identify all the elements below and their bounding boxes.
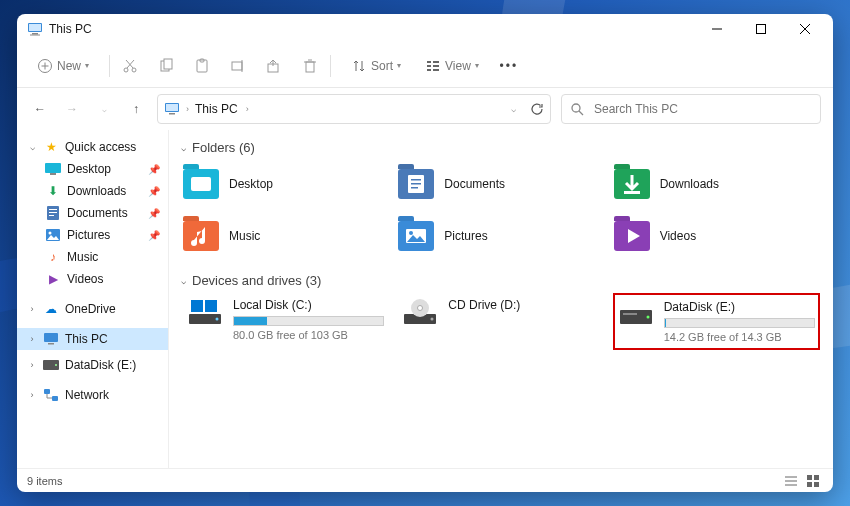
svg-point-12 [132, 68, 136, 72]
view-button[interactable]: View ▾ [417, 52, 487, 80]
sidebar-item-quick-access[interactable]: ⌵ ★ Quick access [17, 136, 168, 158]
paste-icon[interactable] [194, 58, 210, 74]
chevron-right-icon: › [27, 334, 37, 344]
sidebar-item-onedrive[interactable]: › ☁ OneDrive [17, 298, 168, 320]
sidebar-item-pictures[interactable]: Pictures 📌 [17, 224, 168, 246]
svg-rect-62 [205, 300, 217, 312]
refresh-icon[interactable] [530, 102, 544, 116]
titlebar[interactable]: This PC [17, 14, 833, 44]
svg-line-35 [579, 111, 583, 115]
drive-item[interactable]: DataDisk (E:)14.2 GB free of 14.3 GB [614, 294, 819, 349]
sidebar-item-downloads[interactable]: ⬇ Downloads 📌 [17, 180, 168, 202]
sidebar-item-datadisk[interactable]: › DataDisk (E:) [17, 354, 168, 376]
rename-icon[interactable] [230, 58, 246, 74]
more-icon[interactable]: ••• [501, 58, 517, 74]
svg-rect-48 [44, 389, 50, 394]
back-button[interactable]: ← [29, 98, 51, 120]
cut-icon[interactable] [122, 58, 138, 74]
svg-rect-78 [814, 475, 819, 480]
svg-rect-65 [191, 307, 197, 313]
svg-point-57 [409, 231, 413, 235]
folder-item-desktop[interactable]: Desktop [183, 161, 388, 207]
svg-rect-53 [411, 183, 421, 185]
drive-item[interactable]: CD Drive (D:) [398, 294, 603, 349]
large-icons-view-button[interactable] [803, 472, 823, 490]
svg-rect-41 [49, 215, 54, 216]
sort-button[interactable]: Sort ▾ [343, 52, 409, 80]
forward-button[interactable]: → [61, 98, 83, 120]
svg-rect-22 [306, 62, 314, 72]
folders-group-header[interactable]: ⌵ Folders (6) [181, 140, 819, 155]
search-box[interactable] [561, 94, 821, 124]
svg-rect-73 [623, 313, 637, 315]
video-icon: ▶ [45, 271, 61, 287]
download-icon: ⬇ [45, 183, 61, 199]
folder-icon [398, 169, 434, 199]
folder-item-music[interactable]: Music [183, 213, 388, 259]
address-path[interactable]: › This PC› ⌵ [157, 94, 551, 124]
chevron-right-icon: › [27, 304, 37, 314]
recent-dropdown[interactable]: ⌵ [93, 98, 115, 120]
up-button[interactable]: ↑ [125, 98, 147, 120]
sidebar-item-videos[interactable]: ▶ Videos [17, 268, 168, 290]
sidebar-item-documents[interactable]: Documents 📌 [17, 202, 168, 224]
share-icon[interactable] [266, 58, 282, 74]
svg-point-72 [646, 316, 649, 319]
drives-group-header[interactable]: ⌵ Devices and drives (3) [181, 273, 819, 288]
svg-rect-44 [44, 333, 58, 342]
drive-item[interactable]: Local Disk (C:)80.0 GB free of 103 GB [183, 294, 388, 349]
svg-rect-40 [49, 212, 57, 213]
svg-point-11 [124, 68, 128, 72]
breadcrumb[interactable]: This PC› [195, 102, 249, 116]
close-button[interactable] [783, 14, 827, 44]
svg-rect-30 [433, 69, 439, 71]
chevron-down-icon: ▾ [475, 61, 479, 70]
folder-item-documents[interactable]: Documents [398, 161, 603, 207]
svg-rect-45 [48, 343, 54, 345]
pin-icon: 📌 [148, 230, 160, 241]
item-count: 9 items [27, 475, 62, 487]
search-input[interactable] [592, 101, 812, 117]
this-pc-icon [164, 101, 180, 117]
view-icon [425, 58, 441, 74]
search-icon [570, 102, 584, 116]
folder-label: Downloads [660, 177, 719, 191]
chevron-down-icon: ▾ [397, 61, 401, 70]
maximize-button[interactable] [739, 14, 783, 44]
details-view-button[interactable] [781, 472, 801, 490]
folder-item-downloads[interactable]: Downloads [614, 161, 819, 207]
svg-rect-25 [427, 61, 431, 63]
drive-icon [187, 298, 223, 326]
sidebar-item-network[interactable]: › Network [17, 384, 168, 406]
sidebar-item-desktop[interactable]: Desktop 📌 [17, 158, 168, 180]
drive-free-text: 14.2 GB free of 14.3 GB [664, 331, 815, 343]
drive-name: DataDisk (E:) [664, 300, 815, 314]
content-area: ⌵ Folders (6) DesktopDocumentsDownloadsM… [169, 130, 833, 468]
delete-icon[interactable] [302, 58, 318, 74]
svg-rect-79 [807, 482, 812, 487]
folder-item-videos[interactable]: Videos [614, 213, 819, 259]
svg-rect-39 [49, 209, 57, 210]
document-icon [45, 205, 61, 221]
svg-point-70 [418, 306, 423, 311]
sidebar-item-music[interactable]: ♪ Music [17, 246, 168, 268]
sidebar-item-this-pc[interactable]: › This PC [17, 328, 168, 350]
new-button[interactable]: New ▾ [29, 52, 97, 80]
cloud-icon: ☁ [43, 301, 59, 317]
folder-item-pictures[interactable]: Pictures [398, 213, 603, 259]
svg-rect-27 [427, 69, 431, 71]
drive-icon [618, 300, 654, 328]
svg-rect-77 [807, 475, 812, 480]
svg-rect-63 [191, 300, 197, 306]
network-icon [43, 387, 59, 403]
copy-icon[interactable] [158, 58, 174, 74]
chevron-down-icon[interactable]: ⌵ [511, 104, 516, 114]
chevron-right-icon: › [27, 360, 37, 370]
folder-label: Music [229, 229, 260, 243]
drive-icon [402, 298, 438, 326]
folder-icon [183, 221, 219, 251]
minimize-button[interactable] [695, 14, 739, 44]
desktop-icon [45, 161, 61, 177]
svg-rect-36 [45, 163, 61, 173]
chevron-down-icon: ⌵ [181, 143, 186, 153]
